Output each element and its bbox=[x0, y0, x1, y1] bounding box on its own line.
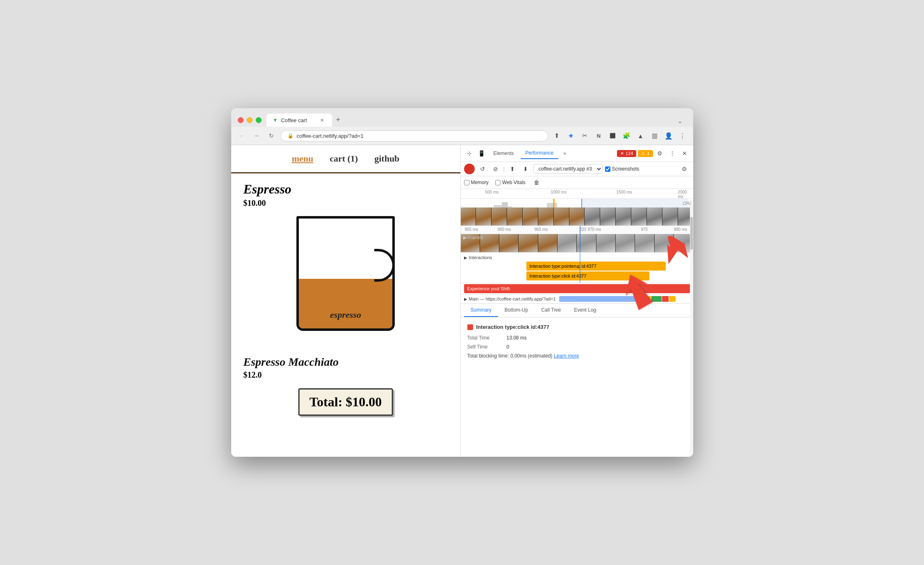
back-button[interactable]: ← bbox=[236, 130, 248, 141]
devtools-scrollbar[interactable] bbox=[690, 205, 693, 457]
tab-bottom-up[interactable]: Bottom-Up bbox=[498, 304, 535, 317]
ruler-mark-2000: 2000 ms bbox=[678, 190, 693, 199]
tab-summary[interactable]: Summary bbox=[464, 304, 498, 317]
tab-call-tree[interactable]: Call Tree bbox=[535, 304, 567, 317]
tab-close-button[interactable]: ✕ bbox=[319, 117, 325, 123]
tab-elements[interactable]: Elements bbox=[489, 148, 519, 159]
download-profile-button[interactable]: ⬇ bbox=[520, 164, 531, 174]
bookmark-button[interactable]: ★ bbox=[565, 130, 577, 141]
share-button[interactable]: ⬆ bbox=[551, 130, 563, 141]
frame-mark-960: 960 ms bbox=[498, 227, 511, 232]
screenshot-thumb bbox=[647, 207, 662, 226]
screenshot-thumb bbox=[461, 207, 476, 226]
more-tabs[interactable]: » bbox=[560, 150, 569, 156]
memory-checkbox[interactable] bbox=[464, 180, 469, 185]
coffee-name: Espresso bbox=[244, 182, 448, 197]
main-thread-bar bbox=[559, 296, 690, 302]
self-time-row: Self Time 0 bbox=[467, 344, 687, 350]
extension1-button[interactable]: ⬛ bbox=[607, 130, 619, 141]
coffee-price: $10.00 bbox=[244, 198, 448, 208]
menu-button[interactable]: ⋮ bbox=[677, 130, 688, 141]
screenshot-thumb bbox=[523, 207, 538, 226]
screenshots-label: Screenshots bbox=[612, 166, 640, 172]
devtools-close-button[interactable]: ✕ bbox=[679, 148, 690, 159]
tab-event-log[interactable]: Event Log bbox=[567, 304, 603, 317]
screenshot-thumb bbox=[507, 207, 523, 226]
target-selector[interactable]: coffee-cart.netlify.app #3 bbox=[533, 164, 603, 174]
ruler-mark-500: 500 ms bbox=[485, 190, 499, 194]
web-vitals-checkbox[interactable] bbox=[495, 180, 501, 185]
screenshot-thumb bbox=[631, 207, 647, 226]
interactions-label-row: ▶ Interactions bbox=[461, 254, 693, 261]
error-badge: ✕ 124 bbox=[617, 150, 636, 157]
lock-icon: 🔒 bbox=[287, 133, 294, 139]
device-toolbar-button[interactable]: 📱 bbox=[476, 148, 487, 159]
reload-profiling-button[interactable]: ↺ bbox=[477, 164, 488, 174]
scissors-button[interactable]: ✂ bbox=[579, 130, 591, 141]
memory-label: Memory bbox=[471, 180, 489, 185]
coffee2-price: $12.0 bbox=[244, 370, 448, 380]
frame-thumb bbox=[480, 234, 499, 252]
active-tab[interactable]: ▼ Coffee cart ✕ bbox=[266, 114, 332, 127]
screenshots-checkbox-label[interactable]: Screenshots bbox=[605, 166, 640, 172]
notion-button[interactable]: N bbox=[593, 130, 605, 141]
maximize-button[interactable] bbox=[256, 117, 262, 123]
learn-more-link[interactable]: Learn more bbox=[554, 353, 579, 359]
thread-segment-blue bbox=[559, 296, 637, 302]
clear-button[interactable]: ⊘ bbox=[490, 164, 501, 174]
new-tab-button[interactable]: + bbox=[332, 113, 345, 127]
tab-expand-button[interactable]: ⌄ bbox=[674, 115, 687, 127]
thread-segment-yellow bbox=[638, 296, 651, 302]
frame-thumb bbox=[596, 234, 616, 252]
tower-button[interactable]: ▲ bbox=[635, 130, 646, 141]
profile-button[interactable]: 👤 bbox=[663, 130, 674, 141]
devtools-settings-button[interactable]: ⚙ bbox=[655, 148, 665, 159]
main-thread-label: Main — https://coffee-cart.netlify.app/?… bbox=[469, 296, 556, 301]
clear-profile-button[interactable]: 🗑 bbox=[532, 178, 541, 187]
bottom-tabs: Summary Bottom-Up Call Tree Event Log bbox=[461, 304, 693, 317]
frame-thumb bbox=[635, 234, 654, 252]
nav-cart-link[interactable]: cart (1) bbox=[330, 153, 358, 164]
selection-line bbox=[580, 226, 580, 252]
main-thread-expand: ▶ bbox=[464, 297, 467, 301]
thread-segment-red bbox=[662, 296, 669, 302]
memory-checkbox-label[interactable]: Memory bbox=[464, 180, 489, 185]
devtools-more-button[interactable]: ⋮ bbox=[667, 148, 678, 159]
devtools-toolbar3: Memory Web Vitals 🗑 bbox=[461, 176, 693, 189]
screenshot-thumb bbox=[616, 207, 631, 226]
frame-mark-333: 333 bbox=[580, 227, 587, 232]
layout-shift-bar: Experience yout Shift bbox=[464, 284, 690, 293]
puzzle-button[interactable]: 🧩 bbox=[621, 130, 633, 141]
minimize-button[interactable] bbox=[247, 117, 253, 123]
nav-menu-link[interactable]: menu bbox=[292, 153, 314, 164]
screenshots-checkbox-input[interactable] bbox=[605, 166, 610, 172]
experience-row: Experience yout Shift bbox=[461, 283, 693, 294]
tab-performance[interactable]: Performance bbox=[521, 148, 559, 159]
frame-mark-975: 975 bbox=[641, 227, 648, 232]
nav-github-link[interactable]: github bbox=[374, 153, 399, 164]
page-navigation: menu cart (1) github bbox=[231, 145, 460, 173]
close-button[interactable] bbox=[238, 117, 244, 123]
warn-icon: ⚠ bbox=[641, 151, 645, 156]
reload-button[interactable]: ↻ bbox=[266, 130, 277, 141]
main-thread-row: ▶ Main — https://coffee-cart.netlify.app… bbox=[461, 294, 693, 304]
error-count: 124 bbox=[626, 151, 633, 156]
record-button[interactable] bbox=[464, 164, 475, 174]
frame-mark-970: 970 ms bbox=[588, 227, 601, 232]
upload-profile-button[interactable]: ⬆ bbox=[507, 164, 518, 174]
forward-button[interactable]: → bbox=[251, 130, 262, 141]
warn-count: 1 bbox=[647, 151, 649, 156]
sidebar-button[interactable]: ▥ bbox=[649, 130, 660, 141]
timeline-area: 500 ms 1000 ms 1500 ms 2000 ms CPU NET bbox=[461, 189, 693, 226]
frame-mark-965: 965 ms bbox=[535, 227, 548, 232]
timeline-ruler: 500 ms 1000 ms 1500 ms 2000 ms CPU NET bbox=[461, 189, 693, 199]
interaction-bar-1: Interaction type:pointerup id:4377 bbox=[526, 262, 666, 271]
web-vitals-checkbox-label[interactable]: Web Vitals bbox=[495, 180, 526, 185]
inspect-element-button[interactable]: ⊹ bbox=[464, 148, 475, 159]
frames-area: 955 ms 960 ms 965 ms 333 970 ms 975 980 … bbox=[461, 226, 693, 253]
capture-settings-button[interactable]: ⚙ bbox=[679, 164, 690, 174]
frames-ruler: 955 ms 960 ms 965 ms 333 970 ms 975 980 … bbox=[461, 226, 693, 234]
address-bar[interactable]: 🔒 coffee-cart.netlify.app #3 coffee-cart… bbox=[280, 130, 548, 141]
coffee-cup: espresso bbox=[288, 216, 403, 347]
thread-segment-green bbox=[651, 296, 662, 302]
